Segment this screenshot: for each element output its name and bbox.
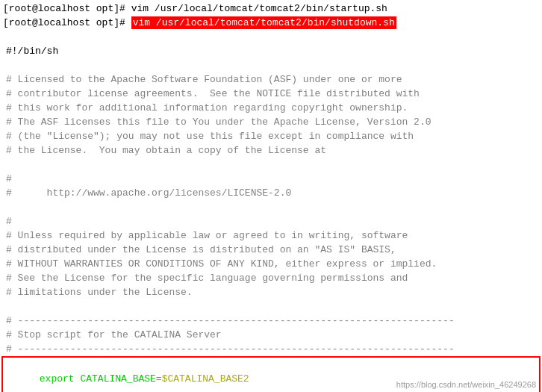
prompt-text-2: [root@localhost opt]# [3,17,131,28]
comment-line-11: # distributed under the License is distr… [3,243,539,257]
comment-line-4: # The ASF licenses this file to You unde… [3,115,539,129]
terminal-window: [root@localhost opt]# vim /usr/local/tom… [0,0,542,392]
comment-line-8: # http://www.apache.org/licenses/LICENSE… [3,186,539,200]
stop-script-line: # Stop script for the CATALINA Server [3,328,539,342]
blank-line-2 [3,58,539,72]
prompt-line1: [root@localhost opt]# vim /usr/local/tom… [3,1,539,16]
blank-line-5 [3,299,539,314]
comment-line-14: # limitations under the License. [3,285,539,299]
prompt-line2: [root@localhost opt]# vim /usr/local/tom… [3,16,539,30]
blank-line-1 [3,30,539,44]
file-content: #!/bin/sh # Licensed to the Apache Softw… [0,30,542,356]
export-catalina-base: export CATALINA_BASE=$CATALINA_BASE2 [40,373,249,385]
watermark: https://blog.csdn.net/weixin_46249268 [396,380,536,389]
comment-line-10: # Unless required by applicable law or a… [3,228,539,243]
blank-line-4 [3,200,539,214]
prompt-area: [root@localhost opt]# vim /usr/local/tom… [0,0,542,30]
comment-line-6: # the License. You may obtain a copy of … [3,143,539,158]
comment-line-3: # this work for additional information r… [3,101,539,115]
shebang-line: #!/bin/sh [3,44,539,58]
cmd-text-1: vim /usr/local/tomcat/tomcat2/bin/startu… [131,3,387,14]
comment-line-13: # See the License for the specific langu… [3,271,539,285]
blank-line-3 [3,158,539,172]
comment-line-2: # contributor license agreements. See th… [3,87,539,101]
comment-line-9: # [3,214,539,228]
highlighted-cmd: vim /usr/local/tomcat/tomcat2/bin/shutdo… [131,16,396,29]
comment-line-7: # [3,172,539,186]
catalina-base-var: $CATALINA_BASE2 [162,373,249,385]
separator-line-2: # --------------------------------------… [3,342,539,356]
prompt-text-1: [root@localhost opt]# [3,3,131,14]
comment-line-5: # (the "License"); you may not use this … [3,129,539,143]
separator-line-1: # --------------------------------------… [3,314,539,328]
comment-line-12: # WITHOUT WARRANTIES OR CONDITIONS OF AN… [3,257,539,271]
comment-line-1: # Licensed to the Apache Software Founda… [3,72,539,87]
